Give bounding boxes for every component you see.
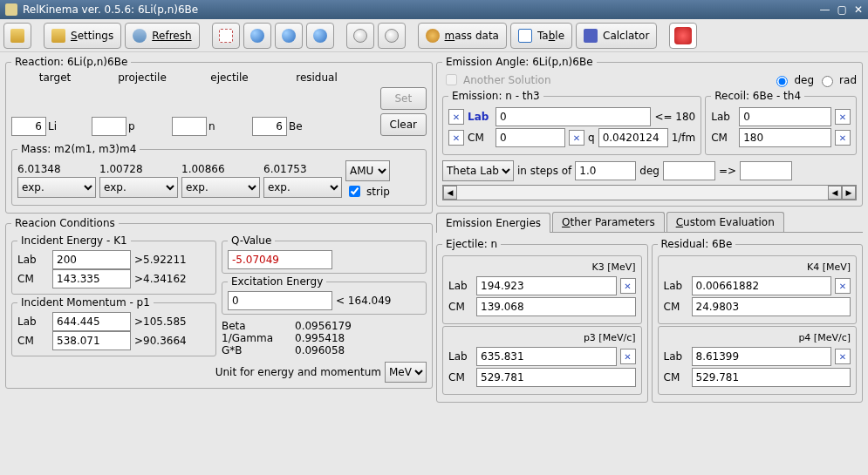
ejectile-legend: Ejectile: n <box>442 238 501 250</box>
reaction-group: Reaction: 6Li(p,n)6Be target projectile … <box>5 56 433 214</box>
rad-radio[interactable] <box>822 76 833 87</box>
rec-lab-clear[interactable]: ✕ <box>835 109 851 125</box>
rec-lab-input[interactable] <box>739 107 831 126</box>
m3-value: 1.00866 <box>181 163 260 175</box>
another-solution-checkbox[interactable] <box>446 74 457 85</box>
ejectile-a-input[interactable] <box>172 117 207 136</box>
em-lab-input[interactable] <box>496 107 651 126</box>
table-button[interactable]: Table <box>510 23 572 49</box>
titlebar: RelKinema ver. 0.5.6: 6Li(p,n)6Be — ▢ ✕ <box>0 0 868 19</box>
projectile-a-input[interactable] <box>92 117 126 136</box>
set-button[interactable]: Set <box>380 87 427 110</box>
expand-button[interactable] <box>212 23 240 49</box>
p3-cm-input[interactable] <box>476 368 636 387</box>
residual-sym: Be <box>287 120 304 132</box>
sphere-icon <box>282 29 296 43</box>
rec-legend: Recoil: 6Be - th4 <box>711 90 804 102</box>
beta-value: 0.0956179 <box>295 320 352 332</box>
energy-unit-select[interactable]: MeV <box>385 362 427 383</box>
quit-button[interactable] <box>669 23 697 49</box>
tab-custom-evaluation[interactable]: Custom Evaluation <box>666 212 784 232</box>
emission-subgroup: Emission: n - th3 ✕Lab<= 180 ✕CM✕q1/fm <box>442 90 701 155</box>
nav2-button[interactable] <box>275 23 303 49</box>
m1-src-select[interactable]: exp. <box>17 177 96 198</box>
target-a-input[interactable] <box>11 117 46 136</box>
nav3-button[interactable] <box>306 23 334 49</box>
massdata-button[interactable]: mass data <box>418 23 507 49</box>
emission-legend: Emission Angle: 6Li(p,n)6Be <box>442 56 597 68</box>
em-cm-clear[interactable]: ✕ <box>448 130 464 146</box>
expand-icon <box>219 29 233 43</box>
zoom2-button[interactable] <box>378 23 406 49</box>
incE-legend: Incident Energy - K1 <box>17 234 131 247</box>
q-clear[interactable]: ✕ <box>569 130 584 146</box>
k4-lab-clear[interactable]: ✕ <box>835 278 851 294</box>
tab-emission-energies[interactable]: Emission Energies <box>436 213 550 233</box>
maximize-icon[interactable]: ▢ <box>837 3 847 16</box>
steps-input[interactable] <box>575 161 636 180</box>
close-icon[interactable]: ✕ <box>854 3 863 16</box>
k4-lab-input[interactable] <box>692 276 832 295</box>
m3-src-select[interactable]: exp. <box>181 177 260 198</box>
k3-lab-clear[interactable]: ✕ <box>620 278 636 294</box>
mass-unit-select[interactable]: AMU <box>345 160 390 181</box>
e-lab-input[interactable] <box>52 250 131 269</box>
calculator-icon <box>584 29 598 43</box>
range-to-input[interactable] <box>740 161 792 180</box>
angle-scrollbar[interactable]: ◀ ◀ ▶ <box>442 185 857 200</box>
m2-src-select[interactable]: exp. <box>99 177 178 198</box>
incident-energy-group: Incident Energy - K1 Lab>5.92211 CM>4.34… <box>11 234 216 295</box>
hdr-target: target <box>11 71 99 84</box>
rec-cm-clear[interactable]: ✕ <box>835 130 851 146</box>
theta-select[interactable]: Theta Lab <box>442 160 514 181</box>
em-lab-clear[interactable]: ✕ <box>448 109 464 125</box>
range-from-input[interactable] <box>663 161 715 180</box>
excE-legend: Excitation Energy <box>228 275 326 288</box>
deg-radio[interactable] <box>776 76 788 87</box>
tabs: Emission Energies Other Parameters Custo… <box>436 212 863 233</box>
target-sym: Li <box>46 120 64 132</box>
p4-lab-input[interactable] <box>692 347 832 366</box>
incident-momentum-group: Incident Momentum - p1 Lab>105.585 CM>90… <box>11 296 216 356</box>
nav1-button[interactable] <box>243 23 271 49</box>
calculator-button[interactable]: Calclator <box>576 23 657 49</box>
p4-cm-input[interactable] <box>692 368 851 387</box>
k3-lab-input[interactable] <box>476 276 617 295</box>
home-button[interactable] <box>3 23 31 49</box>
m4-src-select[interactable]: exp. <box>263 177 342 198</box>
hdr-ejectile: ejectile <box>186 71 273 84</box>
clear-button[interactable]: Clear <box>380 113 427 136</box>
excE-input[interactable] <box>228 291 332 310</box>
scroll-left-icon[interactable]: ◀ <box>443 186 457 200</box>
k3-cm-input[interactable] <box>476 297 636 316</box>
p3-lab-input[interactable] <box>476 347 617 366</box>
reaction-legend: Reaction: 6Li(p,n)6Be <box>11 56 131 68</box>
rec-cm-input[interactable] <box>739 128 831 147</box>
minimize-icon[interactable]: — <box>820 3 830 16</box>
p-cm-input[interactable] <box>52 331 131 350</box>
e-cm-input[interactable] <box>52 269 131 288</box>
m2-value: 1.00728 <box>99 163 178 175</box>
zoom1-button[interactable] <box>346 23 374 49</box>
scroll-right-icon[interactable]: ▶ <box>842 186 856 200</box>
power-icon <box>674 27 692 44</box>
magnifier-icon <box>385 29 399 43</box>
qvalue-legend: Q-Value <box>228 234 275 247</box>
wrench-icon <box>51 29 65 43</box>
exc-energy-group: Excitation Energy < 164.049 <box>222 275 427 315</box>
em-cm-input[interactable] <box>496 128 565 147</box>
settings-label: ettings <box>78 30 114 42</box>
residual-a-input[interactable] <box>252 117 287 136</box>
p-lab-input[interactable] <box>52 312 131 331</box>
p4-title: p4 [MeV/c] <box>664 332 851 343</box>
refresh-button[interactable]: Refresh <box>125 23 199 49</box>
tab-other-parameters[interactable]: Other Parameters <box>552 212 665 232</box>
strip-checkbox[interactable] <box>349 186 360 197</box>
p4-lab-clear[interactable]: ✕ <box>835 349 851 364</box>
scroll-left2-icon[interactable]: ◀ <box>828 186 842 200</box>
settings-button[interactable]: Settings <box>44 23 121 49</box>
ejectile-sym: n <box>207 120 224 132</box>
p3-lab-clear[interactable]: ✕ <box>620 349 636 364</box>
q-input[interactable] <box>598 128 668 147</box>
k4-cm-input[interactable] <box>692 297 851 316</box>
